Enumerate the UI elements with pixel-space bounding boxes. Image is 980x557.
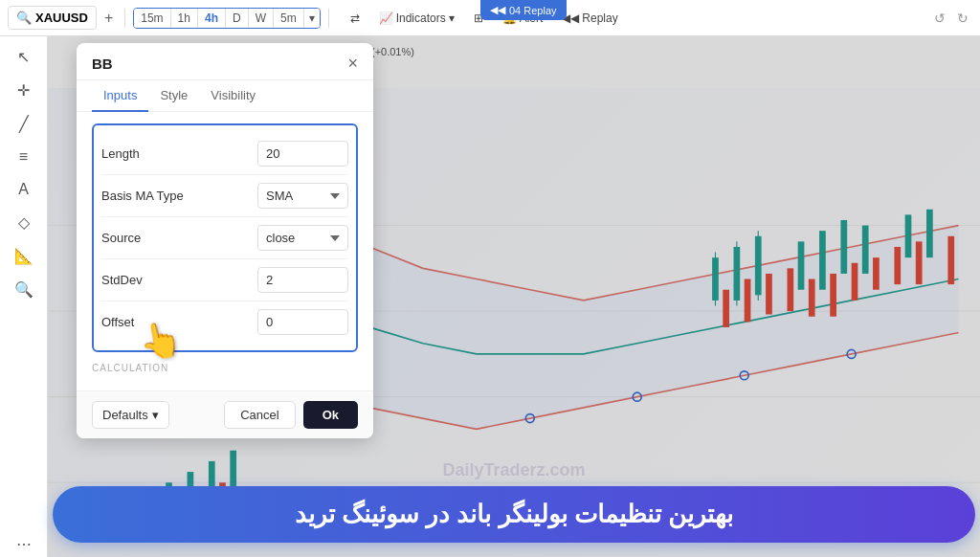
tf-W[interactable]: W — [249, 9, 274, 28]
basis-ma-label: Basis MA Type — [101, 189, 257, 203]
defaults-label: Defaults — [102, 408, 148, 422]
indicators-label: Indicators — [396, 11, 446, 25]
calculation-section: CALCULATION — [92, 352, 358, 379]
cancel-button[interactable]: Cancel — [224, 401, 295, 429]
dialog-header: BB × — [77, 43, 373, 80]
line-tool[interactable]: ╱ — [15, 111, 33, 137]
replay-tab-badge[interactable]: ◀◀ 04 Replay — [480, 0, 567, 20]
tf-D[interactable]: D — [226, 9, 249, 28]
tf-1h[interactable]: 1h — [171, 9, 198, 28]
replay-tab-icon: ◀◀ — [490, 4, 505, 16]
divider-2 — [328, 9, 329, 28]
text-tool[interactable]: A — [14, 177, 33, 202]
indicators-dropdown: ▾ — [449, 11, 455, 25]
dialog-content: Length Basis MA Type SMA EMA SMMA (RMA) … — [77, 112, 373, 390]
redo-button[interactable]: ↻ — [953, 9, 972, 28]
basis-ma-select[interactable]: SMA EMA SMMA (RMA) WMA VWMA — [257, 183, 348, 209]
drawing-toolbar: ↖ ✛ ╱ ≡ A ◇ 📐 🔍 ⋯ — [0, 36, 48, 557]
source-select[interactable]: close open high low hl2 hlc3 ohlc4 — [257, 225, 348, 251]
symbol-label: XAUUSD — [35, 11, 88, 25]
indicators-icon: 📈 — [379, 11, 393, 25]
zoom-tool[interactable]: 🔍 — [11, 277, 37, 302]
undo-button[interactable]: ↺ — [930, 9, 949, 28]
defaults-chevron: ▾ — [152, 408, 159, 422]
source-row: Source close open high low hl2 hlc3 ohlc… — [101, 217, 348, 259]
ok-button[interactable]: Ok — [303, 401, 358, 429]
fib-tool[interactable]: ≡ — [15, 145, 32, 169]
dialog-footer: Defaults ▾ Cancel Ok — [77, 390, 373, 438]
add-symbol-button[interactable]: + — [100, 8, 117, 29]
timeframe-dropdown-arrow[interactable]: ▾ — [304, 9, 320, 28]
divider-1 — [124, 9, 125, 28]
length-row: Length — [101, 133, 348, 175]
inputs-container: Length Basis MA Type SMA EMA SMMA (RMA) … — [92, 123, 358, 352]
timeframe-bar: 15m 1h 4h D W 5m ▾ — [133, 8, 320, 29]
crosshair-tool[interactable]: ✛ — [13, 78, 33, 103]
replay-label: Replay — [582, 11, 617, 25]
replay-button[interactable]: ◀◀ Replay — [556, 9, 623, 28]
offset-input[interactable] — [257, 309, 348, 335]
pattern-tool[interactable]: ◇ — [14, 210, 33, 235]
main-toolbar: 🔍 XAUUSD + 15m 1h 4h D W 5m ▾ ⇄ 📈 Indica… — [0, 0, 980, 36]
basis-ma-row: Basis MA Type SMA EMA SMMA (RMA) WMA VWM… — [101, 175, 348, 217]
measure-tool[interactable]: 📐 — [11, 243, 37, 269]
stddev-label: StdDev — [101, 273, 257, 287]
more-tools[interactable]: ⋯ — [12, 531, 35, 557]
compare-icon: ⇄ — [350, 11, 360, 25]
source-label: Source — [101, 231, 257, 245]
tab-visibility[interactable]: Visibility — [199, 80, 267, 112]
bottom-banner: بهترین تنظیمات بولینگر باند در سوئینگ تر… — [53, 486, 975, 543]
calc-label: CALCULATION — [92, 363, 168, 373]
banner-text: بهترین تنظیمات بولینگر باند در سوئینگ تر… — [295, 500, 733, 529]
length-input[interactable] — [257, 141, 348, 167]
dialog-close-button[interactable]: × — [347, 55, 358, 72]
indicators-button[interactable]: 📈 Indicators ▾ — [373, 9, 460, 28]
search-icon: 🔍 — [16, 11, 32, 25]
replay-tab-label: 04 Replay — [509, 5, 557, 16]
dialog-tabs: Inputs Style Visibility — [77, 80, 373, 112]
tab-inputs[interactable]: Inputs — [92, 80, 148, 112]
tf-4h[interactable]: 4h — [198, 9, 226, 28]
defaults-button[interactable]: Defaults ▾ — [92, 401, 169, 429]
cursor-tool[interactable]: ↖ — [13, 44, 33, 70]
tf-15m[interactable]: 15m — [134, 9, 170, 28]
symbol-button[interactable]: 🔍 XAUUSD — [8, 6, 97, 30]
tab-style[interactable]: Style — [148, 80, 199, 112]
stddev-input[interactable] — [257, 267, 348, 293]
length-label: Length — [101, 146, 257, 161]
stddev-row: StdDev — [101, 259, 348, 301]
footer-right-buttons: Cancel Ok — [224, 401, 358, 429]
bb-dialog: BB × Inputs Style Visibility Length Basi… — [77, 43, 373, 438]
compare-button[interactable]: ⇄ — [345, 9, 366, 28]
tf-5m[interactable]: 5m — [274, 9, 304, 28]
cursor-hand-indicator: 👆 — [136, 317, 186, 364]
dialog-title: BB — [92, 56, 113, 72]
